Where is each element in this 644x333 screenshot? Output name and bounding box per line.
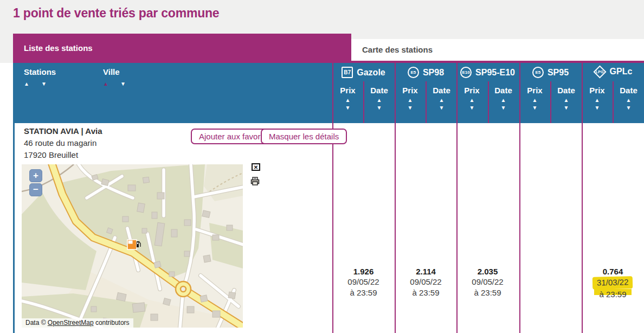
column-header-ville: Ville ▲ ▼ <box>103 67 126 87</box>
column-header-stations: Stations ▲ ▼ <box>24 67 56 87</box>
date-label: Date <box>433 86 450 95</box>
print-icon[interactable] <box>250 177 260 188</box>
station-address-city: 17920 Breuillet <box>24 150 78 159</box>
fuel-badge-e5-icon: E5 <box>532 67 544 78</box>
openstreetmap-canvas <box>22 164 243 328</box>
price-cell-sp95 <box>519 123 582 266</box>
fuel-prices-page: 1 point de vente triés par commune Carte… <box>0 0 644 333</box>
highlighted-date: 31/03/22 <box>593 276 633 290</box>
map-zoom-controls: + − <box>29 169 42 196</box>
sort-asc-icon[interactable]: ▲ <box>332 98 363 103</box>
close-icon[interactable]: ✕ <box>252 163 260 171</box>
prix-label: Prix <box>464 86 479 95</box>
attribution-suffix: contributors <box>94 319 130 326</box>
fuel-name: SP98 <box>423 68 444 78</box>
fuel-header-sp95: E5 SP95 Prix ▲ ▼ Date ▲ ▼ <box>519 63 582 123</box>
fuel-name: SP95-E10 <box>475 68 515 78</box>
sort-asc-icon[interactable]: ▲ <box>426 98 457 103</box>
table-left-border <box>13 123 15 333</box>
fuel-price-time: à 23:59 <box>582 289 644 300</box>
station-map[interactable]: + − Data © OpenStreetMap contributors <box>22 164 243 328</box>
date-label: Date <box>620 86 637 95</box>
tab-carte-des-stations[interactable]: Carte des stations <box>351 39 644 61</box>
fuel-name: Gazole <box>357 68 385 78</box>
fuel-badge-e5-icon: E5 <box>408 67 419 78</box>
prix-label: Prix <box>527 86 542 95</box>
sort-asc-icon[interactable]: ▲ <box>488 98 519 103</box>
sort-asc-icon[interactable]: ▲ <box>551 98 582 103</box>
fuel-badge-e10-icon: E10 <box>460 67 472 78</box>
fuel-price-time: à 23:59 <box>395 287 457 298</box>
sort-asc-icon-active[interactable]: ▲ <box>103 81 108 87</box>
tab-liste-des-stations[interactable]: Liste des stations <box>13 34 351 63</box>
fuel-header-sp95-e10: E10 SP95-E10 Prix ▲ ▼ Date ▲ ▼ <box>456 63 519 123</box>
station-name: STATION AVIA | Avia <box>24 126 102 136</box>
sort-desc-icon[interactable]: ▼ <box>332 105 363 111</box>
fuel-badge-b7-icon: B7 <box>342 67 353 78</box>
date-label: Date <box>557 86 575 95</box>
sort-asc-icon[interactable]: ▲ <box>613 98 644 103</box>
date-label: Date <box>370 86 388 95</box>
fuel-price-date: 09/05/22 <box>332 277 395 287</box>
sort-desc-icon[interactable]: ▼ <box>519 105 550 111</box>
map-attribution: Data © OpenStreetMap contributors <box>22 318 133 328</box>
date-label: Date <box>494 86 512 95</box>
fuel-badge-lpg-icon: LPG <box>593 65 606 78</box>
price-cell-sp98: 2.114 09/05/22 à 23:59 <box>395 123 457 298</box>
fuel-header-gazole: B7 Gazole Prix ▲ ▼ Date ▲ ▼ <box>332 63 395 123</box>
price-cell-sp95-e10: 2.035 09/05/22 à 23:59 <box>456 123 519 298</box>
sort-desc-icon[interactable]: ▼ <box>456 105 487 111</box>
prix-label: Prix <box>402 86 417 95</box>
fuel-price: 2.035 <box>456 266 519 277</box>
page-title: 1 point de vente triés par commune <box>13 6 219 21</box>
sort-asc-icon[interactable]: ▲ <box>364 98 395 103</box>
openstreetmap-link[interactable]: OpenStreetMap <box>48 319 94 326</box>
sort-desc-icon[interactable]: ▼ <box>426 105 457 111</box>
sort-asc-icon[interactable]: ▲ <box>519 98 550 103</box>
sort-asc-icon[interactable]: ▲ <box>582 98 613 103</box>
sort-desc-icon[interactable]: ▼ <box>395 105 426 111</box>
price-cell-gplc: 0.764 31/03/22 à 23:59 <box>582 123 644 300</box>
fuel-header-sp98: E5 SP98 Prix ▲ ▼ Date ▲ ▼ <box>395 63 457 123</box>
tab-label: Carte des stations <box>362 45 433 54</box>
prix-label: Prix <box>589 86 604 95</box>
tab-label: Liste des stations <box>24 43 93 53</box>
sort-asc-icon[interactable]: ▲ <box>24 81 29 87</box>
fuel-price: 0.764 <box>582 266 644 277</box>
fuel-header-gplc: LPG GPLc Prix ▲ ▼ Date ▲ ▼ <box>582 63 644 123</box>
fuel-price-date: 09/05/22 <box>456 277 519 287</box>
fuel-name: SP95 <box>548 68 569 78</box>
ville-label: Ville <box>103 67 126 76</box>
table-header: Stations ▲ ▼ Ville ▲ ▼ B7 Gaz <box>13 63 644 123</box>
fuel-price-date: 09/05/22 <box>395 277 457 287</box>
fuel-price-time: à 23:59 <box>456 287 519 298</box>
fuel-price-date: 31/03/22 <box>582 277 644 289</box>
sort-asc-icon[interactable]: ▲ <box>456 98 487 103</box>
sort-desc-icon[interactable]: ▼ <box>551 105 582 111</box>
sort-desc-icon[interactable]: ▼ <box>613 105 644 111</box>
fuel-price-time: à 23:59 <box>332 287 395 298</box>
fuel-name: GPLc <box>610 67 633 76</box>
sort-desc-icon[interactable]: ▼ <box>488 105 519 111</box>
station-address-street: 46 route du magarin <box>24 138 96 148</box>
sort-desc-icon[interactable]: ▼ <box>364 105 395 111</box>
zoom-in-button[interactable]: + <box>29 169 42 182</box>
fuel-price: 1.926 <box>332 266 395 277</box>
sort-desc-icon[interactable]: ▼ <box>582 105 613 111</box>
fuel-price: 2.114 <box>395 266 457 277</box>
stations-label: Stations <box>24 67 56 76</box>
zoom-out-button[interactable]: − <box>29 183 42 196</box>
sort-desc-icon[interactable]: ▼ <box>120 81 126 87</box>
attribution-prefix: Data © <box>25 319 48 326</box>
sort-asc-icon[interactable]: ▲ <box>395 98 426 103</box>
price-cell-gazole: 1.926 09/05/22 à 23:59 <box>332 123 395 298</box>
prix-label: Prix <box>340 86 355 95</box>
sort-desc-icon[interactable]: ▼ <box>41 81 47 87</box>
